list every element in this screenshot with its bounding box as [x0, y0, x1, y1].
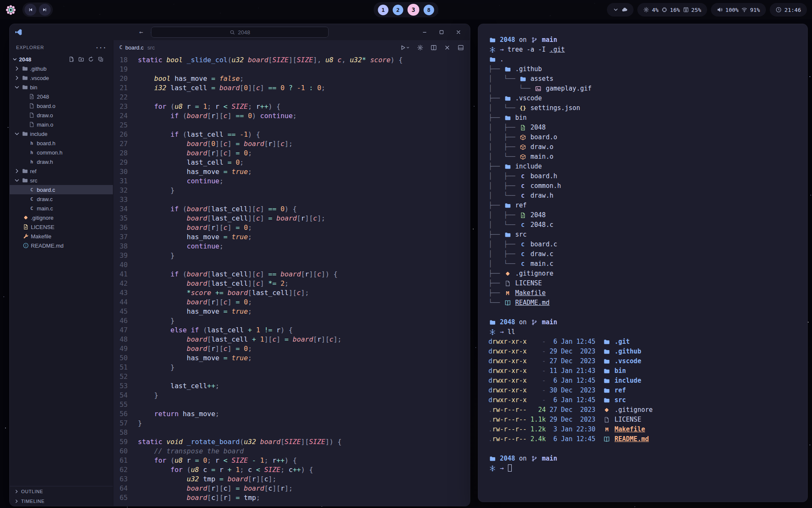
code-line-51[interactable]: 51 }: [113, 363, 470, 372]
code-line-44[interactable]: 44 board[r][c] = 0;: [113, 298, 470, 307]
code-line-29[interactable]: 29 last_cell = 0;: [113, 158, 470, 167]
code-line-50[interactable]: 50 has_move = true;: [113, 353, 470, 363]
file-tree-item-bin[interactable]: bin: [10, 83, 113, 92]
code-line-58[interactable]: 58: [113, 428, 470, 437]
code-line-36[interactable]: 36 board[r][c] = 0;: [113, 223, 470, 232]
timeline-panel[interactable]: TIMELINE: [10, 496, 113, 506]
code-line-31[interactable]: 31 continue;: [113, 177, 470, 186]
file-tree-item-Makefile[interactable]: Makefile: [10, 232, 113, 241]
code-line-39[interactable]: 39 }: [113, 251, 470, 260]
code-line-35[interactable]: 35 board[last_cell][c] = board[r][c];: [113, 214, 470, 223]
file-tree-item-.gitignore[interactable]: .gitignore: [10, 213, 113, 222]
refresh-explorer-button[interactable]: [88, 56, 94, 62]
code-line-40[interactable]: 40: [113, 260, 470, 270]
code-editor[interactable]: 18static bool _slide_col(u32 board[SIZE]…: [113, 55, 470, 506]
code-line-30[interactable]: 30 has_move = true;: [113, 167, 470, 177]
settings-gear-button[interactable]: [417, 44, 423, 51]
run-button[interactable]: [400, 44, 410, 51]
code-line-56[interactable]: 56 return has_move;: [113, 409, 470, 419]
file-tree-item-board.o[interactable]: board.o: [10, 101, 113, 110]
code-line-42[interactable]: 42 board[last_cell][c] *= 2;: [113, 279, 470, 288]
code-line-28[interactable]: 28 board[r][c] = 0;: [113, 149, 470, 158]
code-line-52[interactable]: 52: [113, 372, 470, 381]
file-tree-item-draw.o[interactable]: draw.o: [10, 110, 113, 120]
code-line-19[interactable]: 19: [113, 65, 470, 74]
file-tree-item-board.h[interactable]: hboard.h: [10, 138, 113, 148]
collapse-folders-button[interactable]: [98, 56, 104, 62]
code-line-65[interactable]: 65 board[c][r] = tmp;: [113, 493, 470, 502]
code-line-24[interactable]: 24 if (board[r][c] == 0) continue;: [113, 111, 470, 121]
file-tree-item-include[interactable]: include: [10, 129, 113, 138]
code-line-20[interactable]: 20 bool has_move = false;: [113, 74, 470, 83]
file-tree-item-main.o[interactable]: main.o: [10, 120, 113, 129]
code-line-63[interactable]: 63 u32 tmp = board[r][c];: [113, 475, 470, 484]
code-line-18[interactable]: 18static bool _slide_col(u32 board[SIZE]…: [113, 55, 470, 65]
media-previous-button[interactable]: [25, 4, 36, 16]
code-line-53[interactable]: 53 last_cell++;: [113, 381, 470, 391]
new-file-button[interactable]: [69, 56, 74, 62]
workspace-8[interactable]: 8: [424, 5, 434, 15]
code-line-21[interactable]: 21 i32 last_cell = board[0][c] == 0 ? -1…: [113, 83, 470, 93]
maximize-button[interactable]: [439, 29, 444, 35]
file-tree-item-src[interactable]: src: [10, 176, 113, 185]
code-line-37[interactable]: 37 has_move = true;: [113, 232, 470, 242]
code-line-25[interactable]: 25: [113, 121, 470, 130]
code-line-47[interactable]: 47 else if (last_cell + 1 != r) {: [113, 326, 470, 335]
code-line-57[interactable]: 57}: [113, 419, 470, 428]
toggle-panel-button[interactable]: [458, 44, 464, 51]
minimize-button[interactable]: [422, 29, 428, 35]
code-line-61[interactable]: 61 for (u8 r = 0; r < SIZE - 1; r++) {: [113, 456, 470, 465]
close-editor-button[interactable]: [444, 44, 450, 51]
code-line-22[interactable]: 22: [113, 93, 470, 102]
code-line-64[interactable]: 64 board[r][c] = board[c][r];: [113, 484, 470, 493]
file-tree-item-board.c[interactable]: Cboard.c: [10, 185, 113, 194]
code-line-55[interactable]: 55: [113, 400, 470, 409]
code-line-26[interactable]: 26 if (last_cell == -1) {: [113, 130, 470, 139]
command-center-search[interactable]: 2048: [151, 27, 329, 38]
wifi-control[interactable]: 91%: [741, 7, 760, 13]
volume-control[interactable]: 100%: [717, 7, 738, 13]
code-line-33[interactable]: 33: [113, 195, 470, 204]
split-editor-button[interactable]: [431, 44, 437, 51]
file-tree-item-main.c[interactable]: Cmain.c: [10, 204, 113, 213]
file-tree-item-draw.c[interactable]: Cdraw.c: [10, 194, 113, 204]
terminal-window[interactable]: 2048 on main → tree -a -I .git .├── .git…: [478, 24, 808, 502]
code-line-23[interactable]: 23 for (u8 r = 1; r < SIZE; r++) {: [113, 102, 470, 111]
file-tree-item-ref[interactable]: ref: [10, 166, 113, 176]
weather-widget[interactable]: [607, 3, 634, 17]
code-line-38[interactable]: 38 continue;: [113, 242, 470, 251]
code-line-45[interactable]: 45 has_move = true;: [113, 307, 470, 316]
file-tree-item-.github[interactable]: .github: [10, 64, 113, 73]
code-line-59[interactable]: 59static void _rotate_board(u32 board[SI…: [113, 437, 470, 447]
back-button[interactable]: ←: [139, 28, 143, 36]
new-folder-button[interactable]: [78, 56, 84, 62]
close-window-button[interactable]: [455, 29, 461, 35]
tab-board-c[interactable]: board.c: [125, 44, 143, 51]
code-line-54[interactable]: 54 }: [113, 391, 470, 400]
code-line-32[interactable]: 32 }: [113, 186, 470, 195]
workspace-1[interactable]: 1: [378, 5, 389, 15]
file-tree-item-common.h[interactable]: hcommon.h: [10, 148, 113, 157]
code-line-49[interactable]: 49 board[r][c] = 0;: [113, 344, 470, 353]
file-tree-item-2048[interactable]: 2048: [10, 92, 113, 101]
file-tree-item-LICENSE[interactable]: LICENSE: [10, 222, 113, 232]
code-line-62[interactable]: 62 for (u8 c = r + 1; c < SIZE; c++) {: [113, 465, 470, 475]
workspace-3-active[interactable]: 3: [408, 4, 420, 16]
code-line-41[interactable]: 41 if (board[last_cell][c] == board[r][c…: [113, 270, 470, 279]
launcher-logo-icon[interactable]: [5, 4, 16, 16]
file-tree-item-.vscode[interactable]: .vscode: [10, 73, 113, 83]
code-line-34[interactable]: 34 if (board[last_cell][c] == 0) {: [113, 204, 470, 214]
code-line-43[interactable]: 43 *score += board[last_cell][c];: [113, 288, 470, 298]
file-tree-item-README.md[interactable]: README.md: [10, 241, 113, 250]
explorer-more-icon[interactable]: ···: [96, 44, 107, 51]
file-tree-item-draw.h[interactable]: hdraw.h: [10, 157, 113, 166]
workspace-2[interactable]: 2: [393, 5, 403, 15]
code-line-46[interactable]: 46 }: [113, 316, 470, 326]
outline-panel[interactable]: OUTLINE: [10, 486, 113, 496]
vscode-titlebar[interactable]: ← → 2048: [10, 24, 470, 40]
media-next-button[interactable]: [39, 4, 51, 16]
code-line-60[interactable]: 60 // transpose the board: [113, 447, 470, 456]
project-root-row[interactable]: 2048: [10, 55, 113, 64]
code-line-48[interactable]: 48 board[last_cell + 1][c] = board[r][c]…: [113, 335, 470, 344]
code-line-27[interactable]: 27 board[0][c] = board[r][c];: [113, 139, 470, 149]
